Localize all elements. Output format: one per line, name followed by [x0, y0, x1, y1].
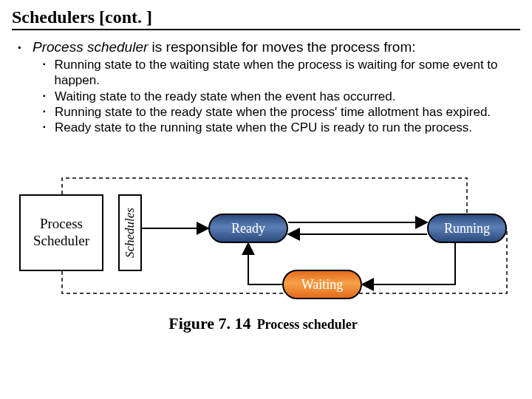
lead-bullet: ▪ Process scheduler is responsible for m…: [18, 39, 520, 55]
schedules-box: Schedules: [118, 194, 142, 271]
process-scheduler-box: Process Scheduler: [19, 194, 103, 271]
lead-term: Process scheduler: [33, 39, 148, 55]
bullet-square-icon: ▪: [43, 120, 50, 134]
list-item: ▪ Waiting state to the ready state when …: [43, 89, 520, 104]
list-item: ▪ Running state to the waiting state whe…: [43, 57, 520, 89]
state-ready: Ready: [208, 214, 288, 243]
sub-bullet-list: ▪ Running state to the waiting state whe…: [43, 57, 520, 135]
bullet-square-icon: ▪: [18, 39, 27, 55]
lead-rest: is responsible for moves the process fro…: [148, 39, 415, 55]
state-waiting: Waiting: [282, 270, 362, 299]
bullet-square-icon: ▪: [43, 57, 50, 72]
list-item: ▪ Running state to the ready state when …: [43, 104, 520, 120]
bullet-square-icon: ▪: [43, 89, 50, 103]
figure-caption: Figure 7. 14 Process scheduler: [12, 314, 514, 333]
scheduler-diagram: Process Scheduler Schedules Ready Runnin…: [15, 168, 517, 308]
figure-number: Figure 7. 14: [168, 314, 250, 332]
page-title: Schedulers [cont. ]: [12, 7, 520, 30]
schedules-label: Schedules: [123, 208, 137, 258]
process-scheduler-label: Process Scheduler: [33, 216, 89, 250]
figure-text: Process scheduler: [257, 317, 358, 332]
bullet-square-icon: ▪: [43, 104, 50, 119]
list-item: ▪ Ready state to the running state when …: [43, 120, 520, 135]
state-running: Running: [427, 214, 507, 243]
